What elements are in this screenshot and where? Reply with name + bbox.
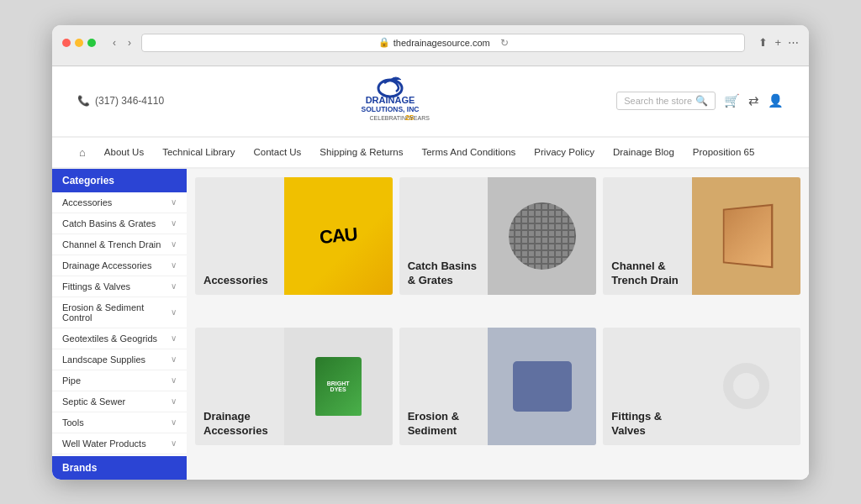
- phone-icon: 📞: [77, 95, 90, 107]
- sidebar-label-accessories: Accessories: [62, 197, 112, 207]
- sidebar-item-pipe[interactable]: Pipe ∨: [52, 370, 187, 391]
- sidebar: Categories Accessories ∨ Catch Basins & …: [52, 169, 187, 480]
- channel-box-img: [692, 177, 800, 295]
- sidebar-item-accessories[interactable]: Accessories ∨: [52, 192, 187, 213]
- close-button[interactable]: [62, 39, 71, 47]
- new-tab-button[interactable]: +: [774, 36, 781, 49]
- address-bar[interactable]: 🔒 thedrainagesource.com ↻: [141, 34, 745, 52]
- sidebar-label-channel: Channel & Trench Drain: [62, 239, 161, 249]
- search-icon[interactable]: 🔍: [695, 95, 708, 107]
- nav-terms[interactable]: Terms And Conditions: [420, 139, 517, 165]
- share-button[interactable]: ⬆: [758, 36, 768, 49]
- nav-blog[interactable]: Drainage Blog: [611, 139, 676, 165]
- grate-circle: [509, 202, 576, 270]
- dye-can: BRIGHTDYES: [315, 357, 362, 416]
- chevron-down-icon: ∨: [171, 438, 177, 448]
- erosion-fabric-img: [488, 328, 596, 445]
- nav-contact[interactable]: Contact Us: [251, 139, 303, 165]
- sidebar-item-erosion[interactable]: Erosion & Sediment Control ∨: [52, 297, 187, 328]
- product-grid: CAU Accessories Catch Basins & Gr: [187, 169, 809, 480]
- browser-chrome: ‹ › 🔒 thedrainagesource.com ↻ ⬆ + ⋯: [52, 25, 809, 66]
- search-placeholder: Search the store: [624, 96, 692, 106]
- grate-lines: [509, 202, 576, 270]
- sidebar-label-tools: Tools: [62, 417, 84, 428]
- drainage-image: BRIGHTDYES: [284, 328, 393, 445]
- drainage-can-img: BRIGHTDYES: [284, 328, 393, 445]
- product-card-erosion[interactable]: Erosion & Sediment: [399, 328, 597, 445]
- fittings-image: [692, 328, 800, 445]
- phone-info: 📞 (317) 346-4110: [77, 95, 164, 107]
- browser-window: ‹ › 🔒 thedrainagesource.com ↻ ⬆ + ⋯ 📞 (3…: [52, 25, 809, 480]
- nav-home[interactable]: ⌂: [77, 138, 87, 167]
- sidebar-item-channel[interactable]: Channel & Trench Drain ∨: [52, 234, 187, 255]
- lock-icon: 🔒: [378, 37, 390, 48]
- svg-text:YEARS: YEARS: [409, 115, 430, 121]
- channel-image: [692, 177, 800, 295]
- sidebar-categories-header: Categories: [52, 169, 187, 192]
- main-layout: Categories Accessories ∨ Catch Basins & …: [52, 169, 809, 480]
- nav-bar: ⌂ About Us Technical Library Contact Us …: [52, 137, 809, 169]
- sidebar-item-septic[interactable]: Septic & Sewer ∨: [52, 391, 187, 412]
- sidebar-item-tools[interactable]: Tools ∨: [52, 412, 187, 433]
- compare-icon[interactable]: ⇄: [748, 93, 759, 108]
- nav-prop65[interactable]: Proposition 65: [691, 139, 757, 165]
- sidebar-item-catch-basins[interactable]: Catch Basins & Grates ∨: [52, 213, 187, 234]
- nav-privacy[interactable]: Privacy Policy: [532, 139, 596, 165]
- erosion-label: Erosion & Sediment: [399, 403, 467, 445]
- sidebar-label-landscape: Landscape Supplies: [62, 354, 145, 365]
- site-content: 📞 (317) 346-4110 DRAINAGE SOLUTIONS, INC…: [52, 66, 809, 480]
- chevron-down-icon: ∨: [171, 417, 177, 427]
- chevron-down-icon: ∨: [171, 354, 177, 364]
- minimize-button[interactable]: [75, 39, 83, 47]
- sidebar-item-well-water[interactable]: Well Water Products ∨: [52, 433, 187, 454]
- chevron-down-icon: ∨: [171, 218, 177, 228]
- accessories-tape-img: CAU: [284, 177, 393, 295]
- cart-icon[interactable]: 🛒: [724, 93, 740, 108]
- traffic-lights: [62, 39, 96, 47]
- nav-shipping[interactable]: Shipping & Returns: [318, 139, 404, 165]
- dye-text: BRIGHTDYES: [327, 381, 350, 392]
- sidebar-label-catch-basins: Catch Basins & Grates: [62, 218, 156, 228]
- forward-button[interactable]: ›: [124, 35, 135, 50]
- svg-text:SOLUTIONS, INC: SOLUTIONS, INC: [362, 105, 420, 113]
- nav-about[interactable]: About Us: [103, 139, 145, 165]
- drainage-label: Drainage Accessories: [195, 403, 277, 445]
- account-icon[interactable]: 👤: [768, 93, 784, 108]
- catch-basins-image: [488, 177, 596, 295]
- chevron-down-icon: ∨: [171, 281, 177, 291]
- fittings-pipe-img: [692, 328, 800, 445]
- phone-number: (317) 346-4110: [95, 95, 164, 107]
- sidebar-item-drainage-acc[interactable]: Drainage Accessories ∨: [52, 255, 187, 276]
- channel-label: Channel & Trench Drain: [603, 253, 686, 295]
- extensions-button[interactable]: ⋯: [788, 36, 799, 49]
- sidebar-item-landscape[interactable]: Landscape Supplies ∨: [52, 349, 187, 370]
- site-header: 📞 (317) 346-4110 DRAINAGE SOLUTIONS, INC…: [52, 66, 809, 137]
- sidebar-item-geotextiles[interactable]: Geotextiles & Geogrids ∨: [52, 328, 187, 349]
- chevron-down-icon: ∨: [171, 375, 177, 385]
- maximize-button[interactable]: [87, 39, 96, 47]
- channel-box: [723, 203, 774, 268]
- site-logo: DRAINAGE SOLUTIONS, INC CELEBRATING 25 Y…: [335, 76, 445, 123]
- nav-controls: ‹ ›: [109, 35, 135, 50]
- pipe-fitting: [723, 363, 769, 409]
- chevron-down-icon: ∨: [171, 396, 177, 406]
- back-button[interactable]: ‹: [109, 35, 119, 50]
- header-right: Search the store 🔍 🛒 ⇄ 👤: [616, 92, 784, 110]
- sidebar-brands-header: Brands: [52, 456, 187, 480]
- product-card-drainage[interactable]: BRIGHTDYES Drainage Accessories: [195, 328, 393, 445]
- url-text: thedrainagesource.com: [394, 38, 490, 48]
- chevron-down-icon: ∨: [171, 333, 177, 343]
- sidebar-item-fittings[interactable]: Fittings & Valves ∨: [52, 276, 187, 297]
- product-card-fittings[interactable]: Fittings & Valves: [603, 328, 800, 445]
- reload-icon: ↻: [500, 37, 509, 49]
- product-card-accessories[interactable]: CAU Accessories: [195, 177, 393, 295]
- nav-technical[interactable]: Technical Library: [161, 139, 236, 165]
- sidebar-label-well-water: Well Water Products: [62, 438, 146, 449]
- search-box[interactable]: Search the store 🔍: [616, 92, 716, 110]
- accessories-image: CAU: [284, 177, 393, 295]
- fabric-roll: [513, 361, 572, 412]
- logo-area[interactable]: DRAINAGE SOLUTIONS, INC CELEBRATING 25 Y…: [335, 76, 445, 126]
- product-card-catch-basins[interactable]: Catch Basins & Grates: [399, 177, 597, 295]
- erosion-image: [488, 328, 596, 445]
- product-card-channel[interactable]: Channel & Trench Drain: [603, 177, 800, 295]
